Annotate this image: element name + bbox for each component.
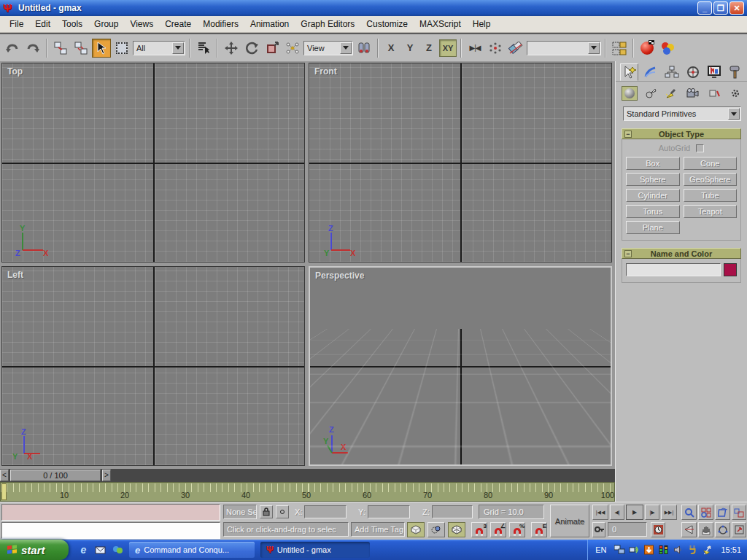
chevron-down-icon[interactable]: [172, 42, 184, 54]
animate-button[interactable]: Animate: [550, 505, 589, 537]
download-manager-icon[interactable]: [643, 545, 654, 555]
track-bar[interactable]: 10 20 30 40 50 60 70 80 90 100: [0, 482, 615, 502]
render-icon[interactable]: [638, 39, 657, 58]
angle-snap-icon[interactable]: ∠: [490, 522, 506, 537]
current-frame-field[interactable]: 0: [608, 522, 647, 537]
named-selection-sets-dropdown[interactable]: [527, 41, 601, 55]
category-geometry[interactable]: [622, 86, 638, 101]
power-icon[interactable]: [687, 545, 698, 555]
go-to-end-button[interactable]: ▶▶|: [661, 505, 677, 520]
menu-file[interactable]: File: [4, 17, 28, 31]
selection-filter-dropdown[interactable]: All: [133, 41, 185, 55]
maxscript-listener-input[interactable]: [1, 522, 220, 539]
align-icon[interactable]: [506, 39, 525, 58]
menu-edit[interactable]: Edit: [30, 17, 55, 31]
collapse-icon[interactable]: −: [624, 250, 632, 257]
category-systems[interactable]: [727, 86, 743, 101]
field-of-view-icon[interactable]: [681, 522, 697, 537]
use-pivot-point-icon[interactable]: [355, 39, 374, 58]
object-name-input[interactable]: [626, 263, 721, 276]
absolute-offset-mode-icon[interactable]: [276, 505, 289, 518]
msn-messenger-icon[interactable]: [111, 544, 123, 556]
select-and-rotate-icon[interactable]: [242, 39, 261, 58]
category-shapes[interactable]: [643, 86, 659, 101]
menu-maxscript[interactable]: MAXScript: [414, 17, 466, 31]
mirror-icon[interactable]: ▶|◀: [465, 39, 484, 58]
previous-frame-arrow[interactable]: <: [0, 470, 9, 481]
chevron-down-icon[interactable]: [588, 42, 600, 54]
viewport-front[interactable]: Front Z Y X: [309, 63, 612, 262]
cylinder-button[interactable]: Cylinder: [626, 189, 680, 202]
paint-selection-region-icon[interactable]: [427, 522, 445, 537]
restrict-xy-plane-button[interactable]: XY: [439, 39, 457, 57]
chevron-down-icon[interactable]: [728, 108, 740, 120]
play-button[interactable]: ▶: [626, 505, 643, 520]
percent-snap-icon[interactable]: %: [509, 522, 525, 537]
language-indicator[interactable]: EN: [595, 545, 606, 554]
tab-create[interactable]: [620, 63, 638, 81]
viewport-top[interactable]: Top Y Z X: [1, 63, 305, 262]
restrict-x-button[interactable]: X: [382, 39, 400, 57]
zoom-all-icon[interactable]: [698, 505, 713, 520]
menu-graph-editors[interactable]: Graph Editors: [295, 17, 360, 31]
menu-animation[interactable]: Animation: [245, 17, 294, 31]
select-by-name-icon[interactable]: [194, 39, 213, 58]
next-frame-arrow[interactable]: >: [102, 470, 111, 481]
outlook-express-icon[interactable]: [94, 544, 107, 556]
window-crossing-toggle-icon[interactable]: [407, 522, 425, 537]
tube-button[interactable]: Tube: [684, 189, 738, 202]
menu-customize[interactable]: Customize: [361, 17, 413, 31]
cone-button[interactable]: Cone: [684, 157, 738, 170]
antenna-icon[interactable]: [702, 545, 713, 555]
close-button[interactable]: ✕: [729, 1, 744, 15]
wireless-network-icon[interactable]: [629, 545, 640, 555]
menu-modifiers[interactable]: Modifiers: [198, 17, 244, 31]
frame-marker[interactable]: [1, 483, 7, 500]
unlink-selection-icon[interactable]: [71, 39, 90, 58]
menu-help[interactable]: Help: [468, 17, 496, 31]
torus-button[interactable]: Torus: [626, 205, 680, 218]
select-and-link-icon[interactable]: [51, 39, 70, 58]
select-and-scale-icon[interactable]: [263, 39, 282, 58]
category-cameras[interactable]: [685, 86, 701, 101]
category-lights[interactable]: [664, 86, 680, 101]
viewport-perspective[interactable]: Perspective Z Y X: [309, 266, 612, 466]
object-type-rollout-header[interactable]: − Object Type: [622, 128, 741, 139]
array-icon[interactable]: [486, 39, 505, 58]
chevron-down-icon[interactable]: [340, 42, 352, 54]
go-to-start-button[interactable]: |◀◀: [592, 505, 608, 520]
degradation-override-icon[interactable]: [448, 522, 465, 537]
previous-frame-button[interactable]: ◀|: [610, 505, 624, 520]
selection-lock-icon[interactable]: [260, 505, 273, 518]
snap-toggle-3d-icon[interactable]: 3: [471, 522, 487, 537]
tab-hierarchy[interactable]: [662, 63, 681, 81]
restrict-y-button[interactable]: Y: [401, 39, 419, 57]
tab-modify[interactable]: [641, 63, 659, 81]
primitives-category-dropdown[interactable]: Standard Primitives: [623, 106, 741, 121]
task-command-and-conquer[interactable]: e Command and Conqu...: [129, 542, 255, 558]
menu-group[interactable]: Group: [89, 17, 123, 31]
pan-hand-icon[interactable]: [698, 522, 713, 537]
restrict-z-button[interactable]: Z: [420, 39, 438, 57]
min-max-toggle-icon[interactable]: [732, 522, 746, 537]
zoom-extents-all-icon[interactable]: [732, 505, 746, 520]
redo-icon[interactable]: [23, 39, 42, 58]
network-icon[interactable]: [614, 545, 625, 555]
time-configuration-icon[interactable]: [651, 522, 665, 537]
volume-mixer-icon[interactable]: [658, 545, 669, 555]
undo-icon[interactable]: [3, 39, 22, 58]
maxscript-listener-macro[interactable]: [1, 504, 220, 521]
plane-button[interactable]: Plane: [626, 221, 680, 234]
object-color-swatch[interactable]: [724, 263, 737, 276]
menu-tools[interactable]: Tools: [57, 17, 88, 31]
geosphere-button[interactable]: GeoSphere: [684, 173, 738, 186]
reference-coordinate-dropdown[interactable]: View: [303, 41, 353, 55]
spinner-snap-icon[interactable]: E: [531, 522, 547, 537]
restore-button[interactable]: ❐: [713, 1, 728, 15]
start-button[interactable]: start: [0, 540, 69, 560]
set-key-icon[interactable]: [592, 522, 605, 537]
box-button[interactable]: Box: [626, 157, 680, 170]
internet-explorer-icon[interactable]: e: [77, 544, 90, 556]
sphere-button[interactable]: Sphere: [626, 173, 680, 186]
zoom-extents-icon[interactable]: [715, 505, 730, 520]
